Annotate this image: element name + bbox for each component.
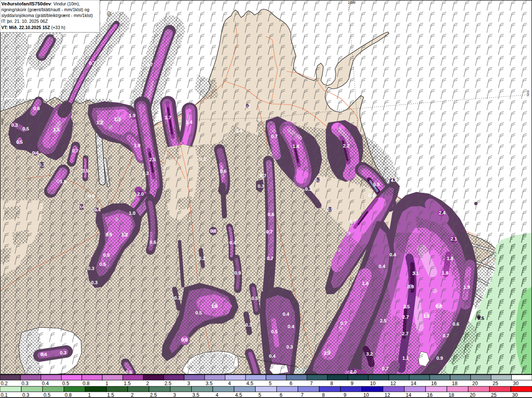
svg-text:20: 20 [472,381,478,386]
svg-text:2.3: 2.3 [324,351,330,356]
svg-text:rigning/skúrir (grænt/blátt/ra: rigning/skúrir (grænt/blátt/rautt - mm/1… [1,7,89,12]
svg-text:0.4: 0.4 [229,240,236,245]
svg-text:3.1: 3.1 [412,271,419,276]
svg-text:0.2: 0.2 [200,157,206,162]
svg-text:0.5: 0.5 [82,168,89,173]
svg-text:0.6: 0.6 [268,212,274,217]
svg-text:1.8: 1.8 [442,270,449,275]
svg-text:0.4: 0.4 [32,150,39,155]
svg-text:0.5: 0.5 [44,392,51,398]
svg-text:IT: þri. 21. 10. 2025 06Z: IT: þri. 21. 10. 2025 06Z [1,19,48,24]
svg-text:0.2: 0.2 [1,381,8,386]
svg-text:0.7: 0.7 [146,62,153,67]
svg-text:1.5: 1.5 [423,314,430,319]
svg-text:2.5: 2.5 [150,392,157,398]
svg-text:0.5: 0.5 [88,193,95,198]
svg-text:12: 12 [384,392,390,398]
svg-text:2.0: 2.0 [137,192,144,197]
svg-text:6: 6 [280,392,283,398]
svg-text:5.5: 5.5 [373,182,380,187]
svg-text:0.8: 0.8 [33,106,40,111]
svg-text:1.7: 1.7 [350,219,356,224]
svg-text:4.4: 4.4 [391,178,398,183]
svg-text:0.3: 0.3 [39,162,45,167]
svg-text:0.7: 0.7 [72,148,79,153]
svg-text:0.2: 0.2 [199,256,205,261]
svg-text:1.6: 1.6 [211,304,218,309]
svg-text:0.9: 0.9 [436,356,443,361]
svg-text:Veðurstofan/IS750dev: Vindur (: Veðurstofan/IS750dev: Vindur (10m), [1,1,80,6]
svg-text:5.4: 5.4 [368,193,375,198]
svg-text:0.9: 0.9 [106,232,112,237]
svg-text:0.7: 0.7 [267,256,273,261]
svg-text:1.9: 1.9 [134,143,140,148]
svg-text:0.5: 0.5 [62,381,69,386]
svg-text:3.5: 3.5 [206,381,213,386]
svg-text:0.3: 0.3 [258,184,264,189]
svg-text:12: 12 [390,381,396,386]
svg-text:4: 4 [228,381,231,386]
svg-text:N99: N99 [0,118,4,125]
svg-text:0.5: 0.5 [16,140,23,145]
svg-text:1.0: 1.0 [129,211,135,216]
svg-text:1: 1 [88,392,91,398]
svg-text:7: 7 [301,392,304,398]
svg-text:2.4: 2.4 [439,210,446,215]
svg-text:3.5: 3.5 [192,392,200,398]
svg-text:0.7: 0.7 [340,321,347,326]
svg-text:0.4: 0.4 [379,264,386,269]
svg-text:0.9: 0.9 [234,270,241,275]
svg-text:0.3: 0.3 [286,344,293,349]
svg-text:0.9: 0.9 [327,207,333,212]
svg-text:1.8: 1.8 [447,256,454,261]
svg-text:0.5: 0.5 [103,253,110,258]
svg-text:2.7: 2.7 [402,331,409,336]
svg-text:4.5: 4.5 [235,392,242,398]
svg-text:30: 30 [513,381,519,386]
svg-text:0.8: 0.8 [436,304,443,309]
svg-text:0.3: 0.3 [315,177,321,182]
svg-text:0.4: 0.4 [78,204,85,209]
svg-text:0.4: 0.4 [40,352,47,357]
svg-text:1: 1 [106,381,108,386]
svg-text:0.5: 0.5 [195,310,202,315]
svg-text:30: 30 [512,392,518,398]
svg-text:9: 9 [344,392,347,398]
svg-text:slydda/snjókoma (grátt/bleikt/: slydda/snjókoma (grátt/bleikt/grænt - mm… [1,13,93,18]
svg-text:0.3: 0.3 [60,350,66,355]
svg-text:14: 14 [411,381,416,386]
svg-text:0.6: 0.6 [220,169,227,174]
svg-text:1.9: 1.9 [463,285,470,290]
svg-text:3.9: 3.9 [407,284,414,289]
svg-text:18: 18 [448,392,454,398]
svg-text:0.4: 0.4 [288,324,295,329]
svg-text:4.5: 4.5 [246,381,254,386]
svg-text:18: 18 [452,381,458,386]
svg-text:0.3: 0.3 [88,266,94,271]
svg-text:0.3: 0.3 [91,280,98,285]
svg-text:2.5: 2.5 [149,157,156,162]
svg-text:0.5: 0.5 [251,296,259,301]
svg-text:2.3: 2.3 [142,171,149,176]
svg-text:0.3: 0.3 [22,381,29,386]
svg-text:0.8: 0.8 [181,337,188,342]
svg-text:0.4: 0.4 [283,312,290,317]
svg-text:7: 7 [310,381,313,386]
svg-text:2.2: 2.2 [343,143,350,148]
svg-text:1.3: 1.3 [114,117,121,122]
svg-text:0.4: 0.4 [389,252,397,257]
svg-text:1.7: 1.7 [165,115,171,120]
svg-text:2.5: 2.5 [380,318,387,323]
svg-text:16: 16 [427,392,433,398]
svg-text:20: 20 [470,392,475,398]
svg-text:10: 10 [363,392,369,398]
svg-text:2: 2 [131,392,134,398]
svg-text:5: 5 [269,381,272,386]
svg-text:2.0: 2.0 [350,369,357,374]
svg-text:3.2: 3.2 [366,351,373,356]
svg-text:25: 25 [493,381,498,386]
svg-text:2.5: 2.5 [403,304,410,309]
svg-text:0.3: 0.3 [305,187,312,192]
svg-text:N99: N99 [526,90,530,96]
svg-text:0.6: 0.6 [453,322,459,327]
